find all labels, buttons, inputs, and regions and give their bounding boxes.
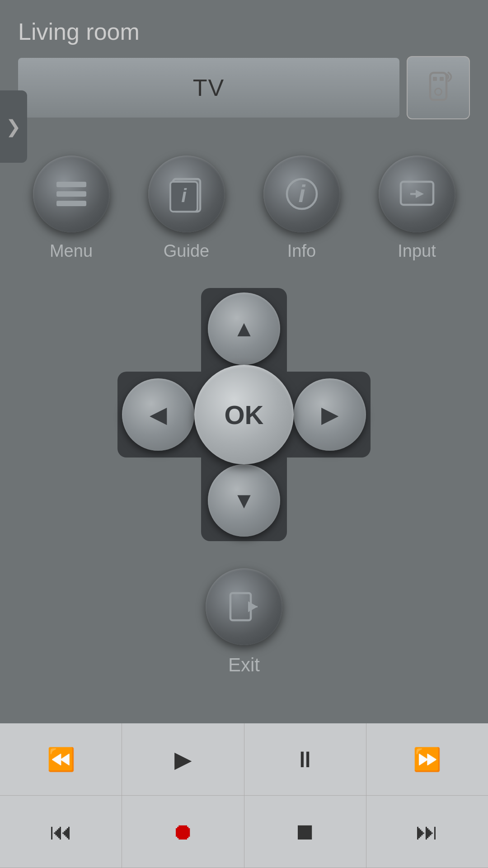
- svg-text:i: i: [181, 185, 187, 206]
- dpad-area: ▲ ▼ ◀ ▶ OK: [0, 288, 488, 541]
- transport-bar: ⏪ ▶ ⏸ ⏩ ⏮ ⏺ ⏹ ⏭: [0, 723, 488, 868]
- svg-rect-5: [56, 191, 86, 197]
- pause-icon: ⏸: [294, 746, 316, 773]
- dpad-up-button[interactable]: ▲: [208, 292, 280, 365]
- svg-rect-4: [56, 182, 86, 187]
- guide-label: Guide: [164, 241, 209, 261]
- device-bar: TV: [18, 56, 470, 119]
- function-buttons-row: Menu i Guide i Info: [0, 128, 488, 270]
- stop-icon: ⏹: [294, 819, 316, 845]
- svg-rect-6: [56, 201, 86, 206]
- remote-icon: [418, 67, 459, 108]
- menu-button-container: Menu: [33, 156, 110, 261]
- arrow-down-icon: ▼: [233, 487, 255, 514]
- exit-section: Exit: [0, 568, 488, 676]
- svg-point-3: [435, 89, 442, 95]
- fast-forward-icon: ⏩: [413, 746, 441, 773]
- info-button-container: i Info: [263, 156, 340, 261]
- arrow-left-icon: ◀: [150, 401, 167, 428]
- input-icon: [397, 174, 437, 214]
- svg-rect-2: [440, 77, 444, 81]
- exit-icon: [224, 586, 264, 627]
- input-button[interactable]: [379, 156, 455, 232]
- side-tab[interactable]: ❯: [0, 90, 27, 163]
- dpad-left-button[interactable]: ◀: [122, 378, 194, 451]
- guide-button-container: i Guide: [148, 156, 225, 261]
- dpad-right-button[interactable]: ▶: [294, 378, 366, 451]
- svg-rect-1: [433, 77, 437, 81]
- arrow-up-icon: ▲: [233, 316, 255, 342]
- transport-row-1: ⏪ ▶ ⏸ ⏩: [0, 723, 488, 796]
- guide-icon: i: [166, 174, 207, 214]
- stop-button[interactable]: ⏹: [244, 796, 366, 868]
- skip-back-button[interactable]: ⏮: [0, 796, 122, 868]
- record-icon: ⏺: [172, 819, 194, 845]
- play-icon: ▶: [174, 746, 192, 773]
- skip-forward-icon: ⏭: [416, 819, 438, 845]
- exit-label: Exit: [228, 654, 260, 676]
- transport-row-2: ⏮ ⏺ ⏹ ⏭: [0, 796, 488, 868]
- remote-icon-button[interactable]: [407, 56, 470, 119]
- svg-text:i: i: [298, 180, 305, 207]
- info-label: Info: [287, 241, 316, 261]
- menu-button[interactable]: [33, 156, 110, 232]
- info-button[interactable]: i: [263, 156, 340, 232]
- menu-label: Menu: [50, 241, 93, 261]
- chevron-right-icon: ❯: [6, 116, 21, 137]
- input-button-container: Input: [379, 156, 455, 261]
- rewind-button[interactable]: ⏪: [0, 723, 122, 795]
- device-name-button[interactable]: TV: [18, 58, 399, 118]
- dpad-ok-button[interactable]: OK: [194, 365, 294, 464]
- fast-forward-button[interactable]: ⏩: [366, 723, 488, 795]
- pause-button[interactable]: ⏸: [244, 723, 366, 795]
- info-icon: i: [282, 174, 322, 214]
- dpad-cross: ▲ ▼ ◀ ▶ OK: [117, 288, 371, 541]
- arrow-right-icon: ▶: [321, 401, 338, 428]
- skip-forward-button[interactable]: ⏭: [366, 796, 488, 868]
- skip-back-icon: ⏮: [50, 819, 72, 845]
- guide-button[interactable]: i: [148, 156, 225, 232]
- header: Living room TV: [0, 0, 488, 128]
- room-title: Living room: [18, 18, 470, 45]
- input-label: Input: [398, 241, 436, 261]
- exit-button[interactable]: [206, 568, 282, 645]
- rewind-icon: ⏪: [47, 746, 75, 773]
- svg-marker-13: [416, 190, 424, 198]
- play-button[interactable]: ▶: [122, 723, 244, 795]
- dpad-down-button[interactable]: ▼: [208, 464, 280, 537]
- record-button[interactable]: ⏺: [122, 796, 244, 868]
- svg-rect-15: [230, 593, 251, 620]
- menu-icon: [51, 174, 92, 214]
